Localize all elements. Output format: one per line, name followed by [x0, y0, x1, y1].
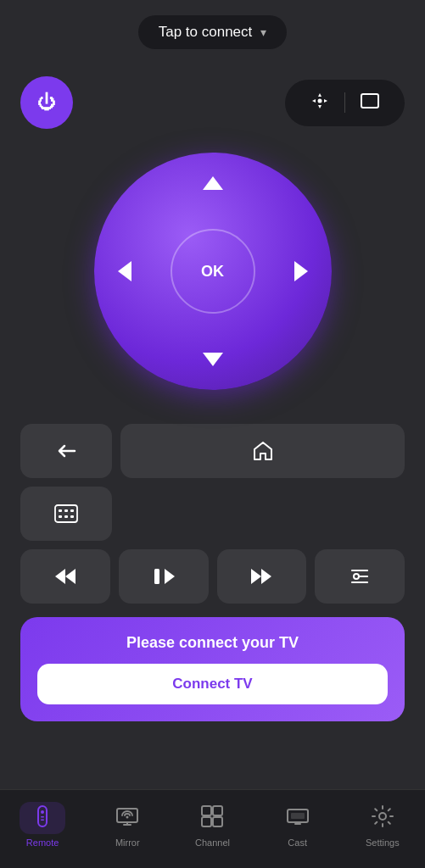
- svg-rect-25: [41, 816, 44, 818]
- nav-divider: [344, 92, 345, 113]
- connect-tv-button[interactable]: Connect TV: [37, 664, 388, 704]
- svg-rect-11: [64, 515, 68, 518]
- svg-marker-1: [318, 93, 322, 97]
- home-button[interactable]: [120, 424, 405, 478]
- settings-icon-wrap: [360, 802, 405, 834]
- bottom-nav: Remote Mirror Channel: [0, 789, 425, 868]
- svg-rect-32: [213, 817, 222, 826]
- svg-point-28: [126, 816, 129, 819]
- svg-marker-17: [251, 569, 261, 584]
- back-icon: [56, 442, 76, 459]
- connect-banner-title: Please connect your TV: [126, 634, 299, 652]
- cast-icon: [287, 805, 309, 827]
- svg-rect-15: [154, 569, 159, 584]
- fast-forward-button[interactable]: [217, 549, 307, 604]
- svg-rect-31: [202, 817, 211, 826]
- power-icon: ⏻: [37, 92, 56, 114]
- options-button[interactable]: [315, 549, 405, 604]
- ok-button[interactable]: OK: [171, 229, 255, 314]
- svg-rect-29: [202, 806, 211, 815]
- svg-rect-8: [64, 509, 68, 512]
- svg-marker-3: [312, 99, 316, 103]
- connect-tv-banner: Please connect your TV Connect TV: [20, 617, 405, 721]
- cast-icon-wrap: [275, 802, 321, 834]
- svg-marker-16: [165, 569, 175, 584]
- power-button[interactable]: ⏻: [20, 76, 73, 129]
- svg-point-22: [354, 574, 359, 579]
- svg-rect-12: [70, 515, 74, 518]
- fast-forward-icon: [249, 567, 273, 586]
- home-icon: [252, 440, 274, 462]
- options-icon: [349, 565, 371, 587]
- dpad-circle: OK: [94, 153, 332, 390]
- nav-label-channel: Channel: [195, 837, 230, 848]
- play-pause-button[interactable]: [119, 549, 209, 604]
- top-controls-row: ⏻: [20, 76, 405, 129]
- svg-point-37: [379, 813, 386, 820]
- svg-marker-2: [318, 105, 322, 108]
- move-button[interactable]: [302, 88, 338, 118]
- svg-marker-4: [324, 99, 327, 103]
- button-grid-row1: [20, 424, 405, 541]
- nav-item-mirror[interactable]: Mirror: [94, 798, 160, 851]
- keyboard-button[interactable]: [20, 487, 112, 541]
- button-grid-row2: [20, 549, 405, 604]
- svg-rect-9: [70, 509, 74, 512]
- dpad-down-button[interactable]: [194, 341, 232, 378]
- svg-rect-7: [59, 509, 62, 512]
- dpad-right-button[interactable]: [282, 253, 320, 290]
- nav-label-mirror: Mirror: [115, 837, 140, 848]
- aspect-ratio-button[interactable]: [352, 90, 388, 116]
- keyboard-icon: [54, 504, 78, 523]
- dpad-up-button[interactable]: [194, 164, 232, 202]
- svg-marker-14: [65, 569, 75, 584]
- svg-marker-13: [55, 569, 65, 584]
- nav-item-channel[interactable]: Channel: [179, 798, 245, 851]
- svg-rect-36: [291, 813, 305, 819]
- dpad-left-button[interactable]: [106, 253, 143, 290]
- svg-point-0: [318, 98, 322, 103]
- mirror-icon: [116, 805, 138, 827]
- settings-icon: [372, 805, 394, 827]
- nav-label-remote: Remote: [26, 837, 59, 848]
- play-pause-icon: [153, 567, 175, 586]
- rewind-button[interactable]: [20, 549, 110, 604]
- move-icon: [310, 92, 329, 110]
- connect-label: Tap to connect: [159, 24, 253, 41]
- nav-item-settings[interactable]: Settings: [350, 798, 416, 851]
- chevron-down-icon: ▾: [260, 25, 266, 39]
- channel-icon: [201, 805, 223, 827]
- svg-rect-30: [213, 806, 222, 815]
- remote-area: ⏻: [0, 59, 425, 789]
- dpad-container: OK: [94, 153, 332, 390]
- nav-label-cast: Cast: [288, 837, 307, 848]
- svg-rect-5: [361, 94, 378, 108]
- rewind-icon: [53, 567, 77, 586]
- svg-rect-6: [55, 505, 77, 522]
- nav-item-cast[interactable]: Cast: [265, 798, 331, 851]
- aspect-ratio-icon: [361, 93, 379, 108]
- nav-controls-group: [285, 80, 405, 126]
- svg-rect-35: [293, 822, 303, 823]
- svg-rect-26: [41, 820, 44, 821]
- tap-to-connect-button[interactable]: Tap to connect ▾: [138, 15, 288, 49]
- mirror-icon-wrap: [104, 802, 150, 834]
- back-button[interactable]: [20, 424, 112, 478]
- svg-rect-34: [294, 823, 301, 825]
- svg-point-24: [41, 810, 44, 814]
- svg-rect-10: [59, 515, 62, 518]
- nav-label-settings: Settings: [366, 837, 400, 848]
- remote-icon-wrap: [20, 802, 65, 834]
- top-bar: Tap to connect ▾: [0, 0, 425, 59]
- channel-icon-wrap: [189, 802, 235, 834]
- nav-item-remote[interactable]: Remote: [9, 798, 75, 851]
- svg-marker-18: [261, 569, 271, 584]
- remote-icon: [31, 805, 53, 827]
